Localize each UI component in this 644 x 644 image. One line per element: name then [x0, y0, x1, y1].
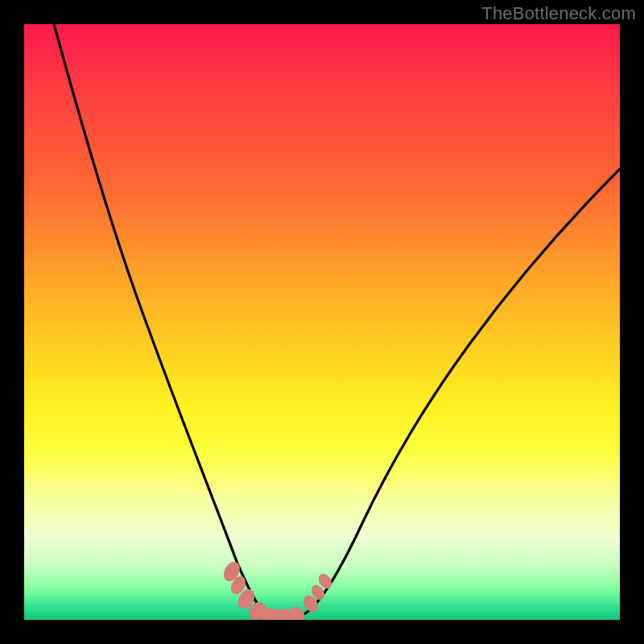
- marker: [246, 598, 270, 620]
- marker: [316, 572, 335, 591]
- marker: [300, 592, 321, 614]
- marker: [309, 583, 328, 602]
- bottleneck-curve: [54, 24, 620, 618]
- marker: [228, 574, 248, 597]
- marker: [275, 609, 292, 620]
- marker: [288, 607, 304, 620]
- outer-frame: TheBottleneck.com: [0, 0, 644, 644]
- watermark: TheBottleneck.com: [481, 3, 636, 24]
- plot-area: [24, 24, 620, 620]
- bottleneck-curve-svg: [24, 24, 620, 620]
- marker: [262, 608, 279, 620]
- marker: [235, 586, 258, 612]
- marker: [221, 559, 243, 584]
- marker-group: [221, 559, 335, 620]
